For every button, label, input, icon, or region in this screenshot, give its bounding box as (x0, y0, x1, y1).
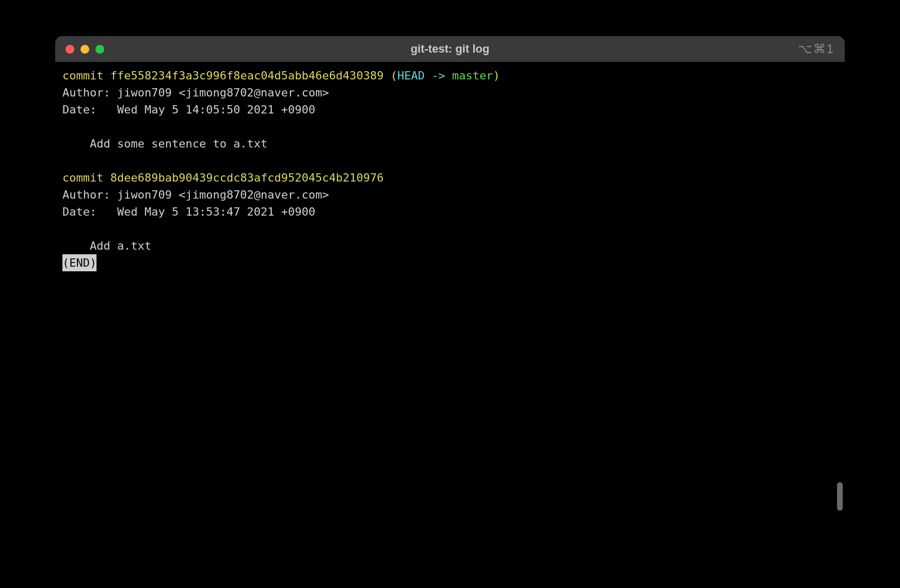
window-title: git-test: git log (55, 42, 845, 56)
ref-open: ( (384, 69, 398, 82)
blank-line (62, 152, 838, 169)
author-line: Author: jiwon709 <jimong8702@naver.com> (62, 186, 838, 203)
minimize-button[interactable] (81, 45, 89, 54)
branch-name: master (452, 69, 493, 82)
tab-indicator: ⌥⌘1 (798, 42, 834, 56)
commit-keyword: commit (62, 171, 103, 184)
pager-end: (END) (62, 254, 97, 271)
traffic-lights (55, 45, 104, 54)
scrollbar-thumb[interactable] (837, 482, 843, 511)
date-line: Date: Wed May 5 14:05:50 2021 +0900 (62, 101, 838, 118)
commit-line: commit 8dee689bab90439ccdc83afcd952045c4… (62, 169, 838, 186)
head-ref: HEAD -> (397, 69, 452, 82)
terminal-window: git-test: git log ⌥⌘1 commit ffe558234f3… (55, 36, 845, 516)
pager-end-line: (END) (62, 254, 838, 271)
commit-message: Add some sentence to a.txt (62, 135, 838, 152)
commit-keyword: commit (62, 69, 103, 82)
commit-message: Add a.txt (62, 237, 838, 254)
ref-close: ) (493, 69, 500, 82)
commit-hash: 8dee689bab90439ccdc83afcd952045c4b210976 (110, 171, 384, 184)
close-button[interactable] (66, 45, 74, 54)
maximize-button[interactable] (95, 45, 104, 54)
titlebar: git-test: git log ⌥⌘1 (55, 36, 845, 62)
date-line: Date: Wed May 5 13:53:47 2021 +0900 (62, 203, 838, 220)
terminal-body[interactable]: commit ffe558234f3a3c996f8eac04d5abb46e6… (55, 62, 845, 516)
author-line: Author: jiwon709 <jimong8702@naver.com> (62, 84, 838, 101)
commit-hash: ffe558234f3a3c996f8eac04d5abb46e6d430389 (110, 69, 384, 82)
commit-line: commit ffe558234f3a3c996f8eac04d5abb46e6… (62, 67, 838, 84)
blank-line (62, 118, 838, 135)
blank-line (62, 220, 838, 237)
